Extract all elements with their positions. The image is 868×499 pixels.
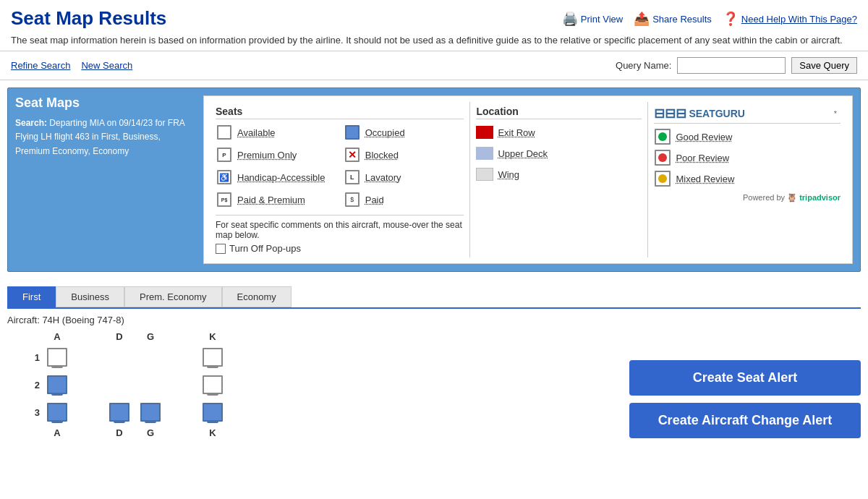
tab-prem-economy[interactable]: Prem. Economy <box>124 286 221 307</box>
refine-search-link[interactable]: Refine Search <box>11 60 70 71</box>
create-seat-alert-button[interactable]: Create Seat Alert <box>629 360 861 396</box>
seat-3d[interactable] <box>106 400 133 425</box>
legend-paid: $ Paid <box>344 191 464 208</box>
legend-paid-premium: P$ Paid & Premium <box>216 191 336 208</box>
alerts-area: Create Seat Alert Create Aircraft Change… <box>629 331 861 438</box>
legend-panel: Seats Available Occupied <box>203 95 853 264</box>
row-1-label: 1 <box>25 352 40 363</box>
handicap-icon: ♿ <box>217 170 231 184</box>
paid-label[interactable]: Paid <box>365 195 384 205</box>
turn-off-popups-label: Turn Off Pop-ups <box>229 243 301 254</box>
legend-lavatory: L Lavatory <box>344 169 464 186</box>
aircraft-info-text: Aircraft: 74H (Boeing 747-8) <box>0 309 868 331</box>
seat-3a[interactable] <box>43 400 71 425</box>
col-footer-k: K <box>199 427 226 438</box>
poor-review-label[interactable]: Poor Review <box>676 153 729 163</box>
save-query-button[interactable]: Save Query <box>791 57 857 74</box>
wing-icon <box>476 168 493 181</box>
seat-3g[interactable] <box>137 400 164 425</box>
help-link[interactable]: ❓ Need Help With This Page? <box>723 11 857 27</box>
legend-occupied: Occupied <box>344 124 464 141</box>
premium-icon: P <box>217 148 231 162</box>
main-content: A D G K 1 <box>0 331 868 445</box>
paid-icon: $ <box>345 192 359 207</box>
share-results-link[interactable]: 📤 Share Results <box>634 11 712 27</box>
tab-economy[interactable]: Economy <box>222 286 292 307</box>
query-name-label: Query Name: <box>616 60 671 71</box>
legend-handicap: ♿ Handicap-Accessible <box>216 169 336 186</box>
create-aircraft-alert-button[interactable]: Create Aircraft Change Alert <box>629 403 861 438</box>
exit-row-icon <box>476 126 493 139</box>
tripadvisor-note: Powered by 🦉 tripadvisor <box>654 193 841 202</box>
legend-premium: P Premium Only <box>216 146 336 163</box>
seat-2k[interactable] <box>199 372 226 397</box>
seat-map-area: A D G K 1 <box>7 331 615 438</box>
share-icon: 📤 <box>634 11 650 27</box>
good-review-icon <box>655 129 671 145</box>
good-review-label[interactable]: Good Review <box>676 132 732 142</box>
legend-poor-review: Poor Review <box>654 149 841 166</box>
col-footer-d: D <box>106 427 133 438</box>
row-3-label: 3 <box>25 407 40 418</box>
seat-1k[interactable] <box>199 345 226 370</box>
legend-seats: Seats Available Occupied <box>210 102 470 257</box>
seat-1a[interactable] <box>43 345 71 370</box>
tab-business[interactable]: Business <box>56 286 124 307</box>
blocked-label[interactable]: Blocked <box>365 150 399 161</box>
legend-location: Location Exit Row Upper Deck <box>470 102 648 257</box>
tabs-section: First Business Prem. Economy Economy <box>0 279 868 309</box>
poor-review-icon <box>655 150 671 166</box>
col-header-a: A <box>43 331 71 342</box>
legend-blocked: ✕ Blocked <box>344 146 464 163</box>
handicap-label[interactable]: Handicap-Accessible <box>237 172 325 183</box>
legend-good-review: Good Review <box>654 128 841 145</box>
premium-label[interactable]: Premium Only <box>237 150 297 161</box>
seats-legend-title: Seats <box>216 106 464 119</box>
print-view-link[interactable]: 🖨️ Print View <box>562 11 623 27</box>
col-header-k: K <box>199 331 226 342</box>
location-legend-title: Location <box>476 106 642 119</box>
seat-3k[interactable] <box>199 400 226 425</box>
help-icon: ❓ <box>723 11 739 27</box>
legend-seatguru: ⊟⊟⊟ SEATGURU * Good Review <box>648 102 846 257</box>
seatguru-logo: ⊟⊟⊟ SEATGURU <box>654 106 745 121</box>
legend-wing: Wing <box>476 166 642 183</box>
search-info: Search: Departing MIA on 09/14/23 for FR… <box>15 116 196 158</box>
query-name-input[interactable] <box>677 57 786 74</box>
legend-mixed-review: Mixed Review <box>654 170 841 187</box>
occupied-label[interactable]: Occupied <box>365 127 405 138</box>
legend-exit-row: Exit Row <box>476 124 642 141</box>
popup-note-text: For seat specific comments on this aircr… <box>216 220 464 240</box>
seat-2a[interactable] <box>43 372 71 397</box>
turn-off-popups-checkbox[interactable] <box>216 244 226 254</box>
tab-first[interactable]: First <box>7 286 56 307</box>
page-title: Seat Map Results <box>11 7 166 30</box>
col-footer-g: G <box>137 427 164 438</box>
occupied-icon <box>345 125 359 140</box>
blocked-icon: ✕ <box>345 148 359 162</box>
col-header-g: G <box>137 331 164 342</box>
available-label[interactable]: Available <box>237 127 276 138</box>
legend-upper-deck: Upper Deck <box>476 145 642 162</box>
exit-row-label[interactable]: Exit Row <box>498 127 535 138</box>
seat-maps-left: Seat Maps Search: Departing MIA on 09/14… <box>15 95 196 264</box>
printer-icon: 🖨️ <box>562 11 578 27</box>
search-label: Search: <box>15 118 47 128</box>
mixed-review-label[interactable]: Mixed Review <box>676 174 734 184</box>
row-2-label: 2 <box>25 380 40 391</box>
upper-deck-label[interactable]: Upper Deck <box>498 148 548 159</box>
seat-maps-title: Seat Maps <box>15 95 196 111</box>
paid-premium-icon: P$ <box>217 192 231 207</box>
popup-note: For seat specific comments on this aircr… <box>216 215 464 240</box>
available-icon <box>217 125 231 140</box>
lavatory-icon: L <box>345 170 359 184</box>
disclaimer-text: The seat map information herein is based… <box>11 34 857 47</box>
col-footer-a: A <box>43 427 71 438</box>
wing-label[interactable]: Wing <box>498 169 519 180</box>
lavatory-label[interactable]: Lavatory <box>365 172 401 183</box>
paid-premium-label[interactable]: Paid & Premium <box>237 195 305 205</box>
col-header-d: D <box>106 331 133 342</box>
legend-available: Available <box>216 124 336 141</box>
new-search-link[interactable]: New Search <box>81 60 132 71</box>
tripadvisor-logo: 🦉 tripadvisor <box>787 193 841 202</box>
